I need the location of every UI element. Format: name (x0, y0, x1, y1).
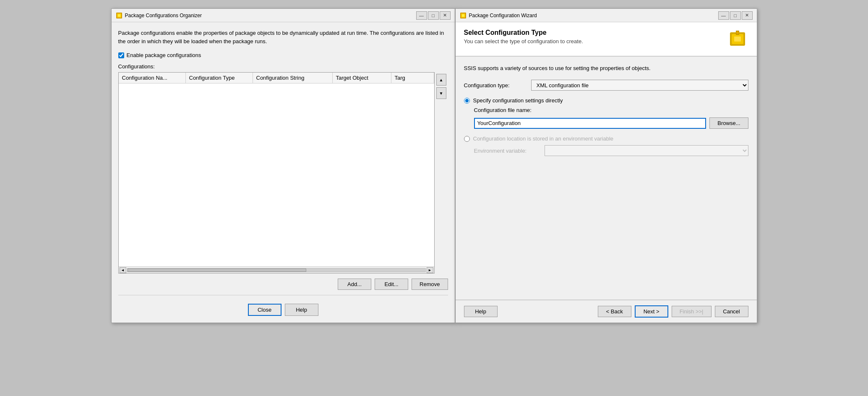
enable-checkbox-label: Enable package configurations (127, 52, 201, 58)
left-window-title: Package Configurations Organizer (125, 13, 202, 18)
divider (118, 295, 448, 295)
wizard-footer: Help < Back Next > Finish >>| Cancel (456, 300, 757, 323)
right-close-button[interactable]: ✕ (742, 11, 753, 20)
wizard-next-button[interactable]: Next > (635, 305, 668, 318)
table-body (119, 83, 434, 266)
left-maximize-button[interactable]: □ (428, 11, 439, 20)
col-header-target: Target Object (333, 73, 391, 83)
config-file-subform: Configuration file name: Browse... (474, 107, 748, 129)
radio-envvar-row: Configuration location is stored in an e… (464, 135, 748, 142)
left-window-content: Package configurations enable the proper… (112, 22, 455, 323)
col-header-string: Configuration String (253, 73, 333, 83)
help-button-left[interactable]: Help (285, 304, 318, 316)
wizard-back-button[interactable]: < Back (598, 306, 631, 317)
scroll-up-button[interactable]: ▲ (436, 74, 446, 86)
col-header-type: Configuration Type (186, 73, 253, 83)
scroll-right-button[interactable]: ► (427, 267, 433, 273)
env-var-label: Environment variable: (474, 148, 541, 154)
package-configurations-organizer-window: Package Configurations Organizer — □ ✕ P… (111, 8, 455, 323)
svg-rect-10 (736, 31, 739, 34)
svg-rect-2 (118, 14, 120, 17)
wizard-heading: Select Configuration Type (464, 29, 583, 36)
config-type-row: Configuration type: XML configuration fi… (464, 80, 748, 91)
configurations-table: Configuration Na... Configuration Type C… (118, 72, 435, 274)
right-title-bar: Package Configuration Wizard — □ ✕ (456, 9, 757, 22)
horizontal-scrollbar[interactable]: ◄ ► (119, 266, 434, 273)
scroll-track[interactable] (127, 268, 426, 272)
remove-button[interactable]: Remove (412, 279, 448, 290)
col-header-name: Configuration Na... (119, 73, 186, 83)
wizard-finish-button[interactable]: Finish >>| (672, 306, 712, 317)
radio-directly-section: Specify configuration settings directly … (464, 97, 748, 129)
scroll-thumb (128, 268, 306, 272)
wizard-subheading: You can select the type of configuration… (464, 38, 583, 44)
wizard-cancel-button[interactable]: Cancel (715, 306, 748, 317)
config-file-name-row: Configuration file name: (474, 107, 748, 113)
table-header: Configuration Na... Configuration Type C… (119, 73, 434, 83)
browse-button[interactable]: Browse... (709, 117, 748, 129)
left-close-button[interactable]: ✕ (440, 11, 451, 20)
scroll-left-button[interactable]: ◄ (120, 267, 126, 273)
env-var-dropdown[interactable] (545, 145, 748, 156)
config-type-label: Configuration type: (464, 82, 531, 89)
close-button[interactable]: Close (248, 304, 282, 316)
right-maximize-button[interactable]: □ (730, 11, 741, 20)
radio-envvar-label: Configuration location is stored in an e… (473, 135, 614, 142)
scroll-buttons-panel: ▲ ▼ (435, 72, 448, 274)
bottom-buttons: Close Help (118, 304, 448, 316)
right-title-bar-left: Package Configuration Wizard (460, 12, 537, 19)
info-text: SSIS supports a variety of sources to us… (464, 65, 748, 71)
left-title-bar: Package Configurations Organizer — □ ✕ (112, 9, 455, 22)
enable-package-configs-checkbox[interactable] (118, 52, 124, 58)
wizard-icon (460, 12, 467, 19)
env-var-subform: Environment variable: (474, 145, 748, 156)
scroll-down-button[interactable]: ▼ (436, 87, 446, 99)
configurations-label: Configurations: (118, 63, 448, 70)
config-file-name-label: Configuration file name: (474, 107, 541, 113)
package-icon (116, 12, 123, 19)
right-title-bar-controls: — □ ✕ (718, 11, 753, 20)
description-text: Package configurations enable the proper… (118, 29, 448, 45)
enable-checkbox-row: Enable package configurations (118, 52, 448, 58)
col-header-targ2: Targ (391, 73, 434, 83)
right-minimize-button[interactable]: — (718, 11, 729, 20)
config-file-input-row: Browse... (474, 117, 748, 129)
package-configuration-wizard-window: Package Configuration Wizard — □ ✕ Selec… (455, 8, 757, 323)
table-action-buttons: Add... Edit... Remove (118, 279, 448, 290)
config-type-dropdown[interactable]: XML configuration file Environment varia… (531, 80, 748, 91)
radio-directly-label: Specify configuration settings directly (473, 97, 563, 104)
left-title-bar-controls: — □ ✕ (416, 11, 451, 20)
config-type-control: XML configuration file Environment varia… (531, 80, 748, 91)
env-var-row: Environment variable: (474, 145, 748, 156)
wizard-header: Select Configuration Type You can select… (456, 22, 757, 57)
svg-rect-5 (462, 14, 464, 17)
wizard-help-button[interactable]: Help (464, 306, 498, 317)
right-window-title: Package Configuration Wizard (469, 13, 537, 18)
radio-envvar-section: Configuration location is stored in an e… (464, 135, 748, 156)
left-minimize-button[interactable]: — (416, 11, 427, 20)
edit-button[interactable]: Edit... (375, 279, 408, 290)
radio-directly-row: Specify configuration settings directly (464, 97, 748, 104)
wizard-header-text: Select Configuration Type You can select… (464, 29, 583, 44)
radio-directly[interactable] (464, 98, 470, 104)
config-file-name-input[interactable] (474, 118, 706, 129)
wizard-body: SSIS supports a variety of sources to us… (456, 57, 757, 300)
left-title-bar-left: Package Configurations Organizer (116, 12, 202, 19)
wizard-header-icon (728, 29, 748, 49)
radio-envvar[interactable] (464, 136, 470, 142)
svg-rect-8 (734, 36, 741, 42)
add-button[interactable]: Add... (338, 279, 371, 290)
